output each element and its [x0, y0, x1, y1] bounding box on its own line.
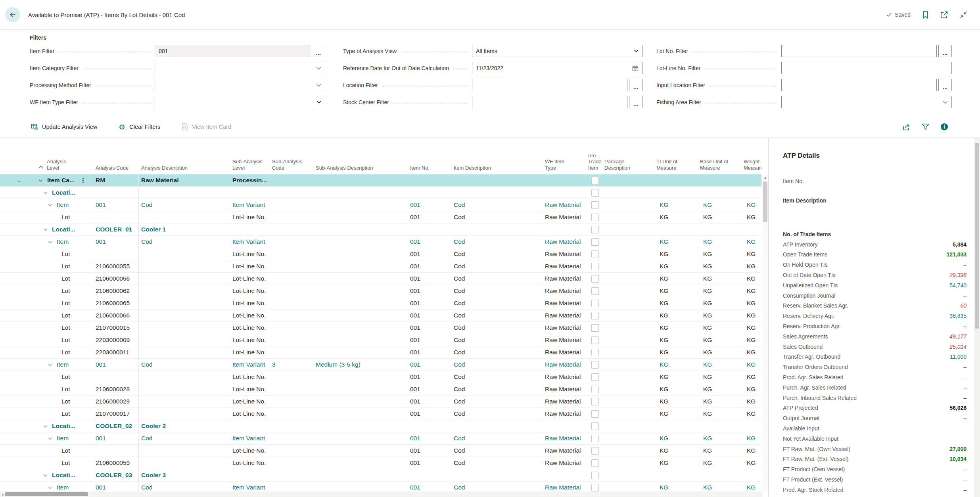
grid-row-14[interactable]: Lot2203000009Lot-Line No.001CodRaw Mater…	[0, 334, 761, 346]
analysis-level-link[interactable]: Lot	[61, 250, 70, 258]
chevron-down-icon[interactable]	[943, 101, 948, 104]
item-description-value[interactable]: Cod	[454, 238, 465, 245]
chevron-down-icon[interactable]	[43, 425, 50, 428]
chevron-down-icon[interactable]	[43, 474, 50, 477]
grid-row-10[interactable]: Lot2106000062Lot-Line No.001CodRaw Mater…	[0, 285, 761, 297]
chevron-down-icon[interactable]	[317, 101, 321, 103]
trade-item-checkbox[interactable]	[591, 472, 599, 479]
sub-analysis-code-value[interactable]: 3	[272, 361, 276, 368]
trade-item-checkbox[interactable]	[591, 177, 599, 184]
trade-item-checkbox[interactable]	[591, 398, 599, 405]
sub-analysis-level-value[interactable]: Processin...	[232, 177, 267, 184]
input-location-filter-input[interactable]	[781, 79, 937, 91]
update-analysis-view-button[interactable]: Update Analysis View	[29, 123, 100, 131]
grid-row-23[interactable]: LotLot-Line No.001CodRaw MaterialKGKGKG	[0, 445, 761, 457]
panel-scroll-thumb[interactable]	[975, 143, 979, 329]
trade-item-checkbox[interactable]	[591, 226, 599, 233]
chevron-down-icon[interactable]	[38, 179, 45, 182]
column-header-analysis-code[interactable]: Analysis Code	[93, 165, 139, 175]
location-filter-input[interactable]	[472, 79, 627, 91]
item-no-value[interactable]: 001	[410, 238, 420, 245]
grid-row-17[interactable]: LotLot-Line No.001CodRaw MaterialKGKGKG	[0, 371, 761, 383]
grid-horizontal-scrollbar[interactable]: ◂	[0, 491, 762, 497]
item-filter-lookup-button[interactable]: ...	[312, 45, 325, 57]
item-category-filter-input[interactable]	[155, 62, 325, 74]
trade-item-checkbox[interactable]	[591, 336, 599, 344]
row-menu-icon[interactable]: ⋮	[80, 177, 86, 184]
ft-raw-mat-ext-vessel-value[interactable]: 10,034	[949, 456, 967, 462]
item-description-value[interactable]: Cod	[454, 361, 465, 368]
on-hold-open-tis-value[interactable]: –	[963, 262, 967, 268]
column-header-sub-analysis-description[interactable]: Sub-Analysis Description	[313, 165, 408, 175]
lot-no-filter-lookup-button[interactable]: ...	[938, 45, 952, 57]
trade-item-checkbox[interactable]	[591, 422, 599, 430]
analysis-description-value[interactable]: Cod	[141, 361, 152, 368]
analysis-level-link[interactable]: Lot	[61, 373, 70, 380]
analysis-code-value[interactable]: COOLER_02	[96, 422, 132, 430]
wf-item-type-value[interactable]: Raw Material	[545, 361, 581, 368]
chevron-down-icon[interactable]	[48, 437, 54, 440]
lot-no-filter-input[interactable]	[781, 45, 937, 57]
analysis-code-value[interactable]: RM	[96, 177, 105, 184]
chevron-down-icon[interactable]	[316, 84, 321, 87]
out-of-date-open-tis-value[interactable]: 29,398	[949, 272, 967, 278]
grid-row-11[interactable]: Lot2106000065Lot-Line No.001CodRaw Mater…	[0, 297, 761, 310]
grid-row-19[interactable]: Lot2106000029Lot-Line No.001CodRaw Mater…	[0, 396, 761, 408]
chevron-down-icon[interactable]	[48, 241, 54, 243]
item-filter-input[interactable]: 001	[155, 45, 310, 57]
column-header-analysis-level[interactable]: Analysis Level	[30, 159, 93, 174]
fishing-area-filter-input[interactable]	[781, 96, 952, 108]
analysis-level-link[interactable]: Item Ca...	[47, 177, 75, 184]
trade-item-checkbox[interactable]	[591, 214, 599, 221]
sub-analysis-description-value[interactable]: Medium (3-5 kg)	[316, 361, 361, 368]
analysis-level-link[interactable]: Lot	[61, 410, 70, 417]
wf-item-type-value[interactable]: Raw Material	[545, 435, 581, 442]
analysis-level-link[interactable]: Lot	[61, 349, 70, 356]
back-button[interactable]	[5, 7, 20, 22]
collapse-all-icon[interactable]	[38, 164, 43, 170]
analysis-level-link[interactable]: Lot	[61, 214, 70, 221]
grid-row-2[interactable]: Locati...	[0, 187, 761, 199]
item-description-value[interactable]: Cod	[454, 435, 465, 442]
grid-row-8[interactable]: Lot2106000055Lot-Line No.001CodRaw Mater…	[0, 260, 761, 273]
grid-row-20[interactable]: Lot2107000017Lot-Line No.001CodRaw Mater…	[0, 408, 761, 420]
sub-analysis-level-value[interactable]: Item Variant	[232, 238, 265, 245]
column-header-package-description[interactable]: Package Description	[603, 159, 652, 174]
analysis-level-link[interactable]: Item	[57, 361, 69, 368]
column-header-sub-analysis-code[interactable]: Sub-Analysis Code	[270, 159, 313, 174]
ft-raw-mat-own-vessel-value[interactable]: 27,000	[949, 446, 967, 452]
reserv-production-agr-value[interactable]: –	[963, 323, 967, 329]
grid-row-12[interactable]: Lot2106000066Lot-Line No.001CodRaw Mater…	[0, 310, 761, 322]
reserv-delivery-agr-value[interactable]: 36,835	[949, 313, 967, 319]
trade-item-checkbox[interactable]	[591, 287, 599, 295]
analysis-level-link[interactable]: Lot	[61, 386, 70, 393]
analysis-level-link[interactable]: Locati...	[52, 189, 75, 196]
analysis-level-link[interactable]: Lot	[61, 336, 70, 344]
grid-row-3[interactable]: Item001CodItem Variant001CodRaw Material…	[0, 199, 761, 211]
grid-row-21[interactable]: Locati...COOLER_02Cooler 2	[0, 420, 761, 432]
lot-line-no-filter-input[interactable]	[781, 62, 952, 74]
grid-row-16[interactable]: Item001CodItem Variant3Medium (3-5 kg)00…	[0, 359, 761, 371]
chevron-down-icon[interactable]	[316, 67, 321, 70]
share-button[interactable]	[902, 123, 911, 131]
column-header-analysis-description[interactable]: Analysis Description	[139, 165, 230, 175]
prod-agr-sales-related-value[interactable]: –	[963, 374, 967, 380]
chevron-down-icon[interactable]	[48, 363, 54, 366]
column-header-item-description[interactable]: Item Description	[452, 165, 543, 175]
column-header-weight-measure[interactable]: Weight Measure	[740, 159, 761, 174]
analysis-code-value[interactable]: 001	[96, 435, 106, 442]
analysis-description-value[interactable]: Raw Material	[141, 177, 179, 184]
sub-analysis-level-value[interactable]: Item Variant	[232, 361, 265, 368]
horizontal-scroll-thumb[interactable]	[5, 492, 88, 496]
trade-item-checkbox[interactable]	[591, 300, 599, 307]
transfer-orders-outbound-value[interactable]: –	[963, 364, 967, 370]
trade-item-checkbox[interactable]	[591, 238, 599, 246]
calendar-icon[interactable]	[632, 65, 639, 71]
stock-center-filter-lookup-button[interactable]: ...	[629, 96, 642, 108]
grid-row-15[interactable]: Lot2203000011Lot-Line No.001CodRaw Mater…	[0, 346, 761, 359]
open-trade-items-value[interactable]: 121,033	[946, 251, 967, 258]
item-no-value[interactable]: 001	[410, 435, 420, 442]
analysis-level-link[interactable]: Lot	[61, 275, 70, 282]
analysis-description-value[interactable]: Cooler 1	[141, 226, 166, 233]
sub-analysis-level-value[interactable]: Item Variant	[232, 484, 265, 491]
